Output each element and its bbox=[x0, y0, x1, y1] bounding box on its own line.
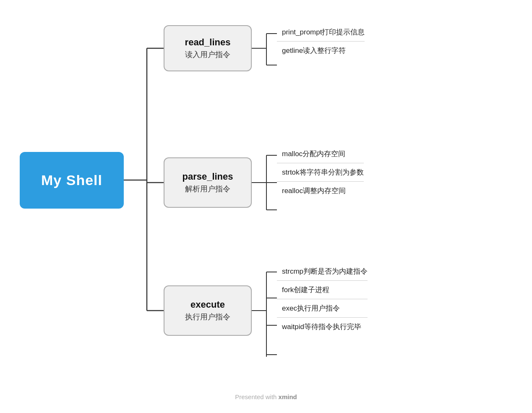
leaves-parse: malloc分配内存空间 strtok将字符串分割为参数 realloc调整内存… bbox=[277, 145, 364, 200]
leaf-item: strcmp判断是否为内建指令 bbox=[277, 262, 368, 281]
leaf-item: print_prompt打印提示信息 bbox=[277, 23, 365, 42]
footer-brand: xmind bbox=[279, 393, 297, 400]
leaves-read: print_prompt打印提示信息 getline读入整行字符 bbox=[277, 23, 365, 60]
node-read-lines: read_lines 读入用户指令 bbox=[164, 25, 252, 71]
leaf-item: fork创建子进程 bbox=[277, 281, 368, 299]
leaf-item: exec执行用户指令 bbox=[277, 299, 368, 318]
execute-fn-name: execute bbox=[190, 299, 225, 310]
diagram-container: My Shell read_lines 读入用户指令 parse_lines 解… bbox=[0, 0, 532, 413]
read-lines-fn-name: read_lines bbox=[185, 37, 231, 48]
footer: Presented with xmind bbox=[235, 393, 297, 400]
root-node: My Shell bbox=[20, 152, 124, 209]
parse-lines-fn-name: parse_lines bbox=[182, 171, 233, 182]
leaf-item: strtok将字符串分割为参数 bbox=[277, 163, 364, 182]
read-lines-fn-desc: 读入用户指令 bbox=[185, 50, 230, 60]
root-label: My Shell bbox=[41, 172, 102, 188]
node-parse-lines: parse_lines 解析用户指令 bbox=[164, 157, 252, 208]
leaf-item: realloc调整内存空间 bbox=[277, 182, 364, 200]
parse-lines-fn-desc: 解析用户指令 bbox=[185, 184, 230, 194]
leaf-item: waitpid等待指令执行完毕 bbox=[277, 318, 368, 336]
node-execute: execute 执行用户指令 bbox=[164, 285, 252, 336]
leaf-item: getline读入整行字符 bbox=[277, 42, 365, 60]
footer-text: Presented with bbox=[235, 393, 278, 400]
leaves-execute: strcmp判断是否为内建指令 fork创建子进程 exec执行用户指令 wai… bbox=[277, 262, 368, 336]
execute-fn-desc: 执行用户指令 bbox=[185, 312, 230, 322]
leaf-item: malloc分配内存空间 bbox=[277, 145, 364, 163]
